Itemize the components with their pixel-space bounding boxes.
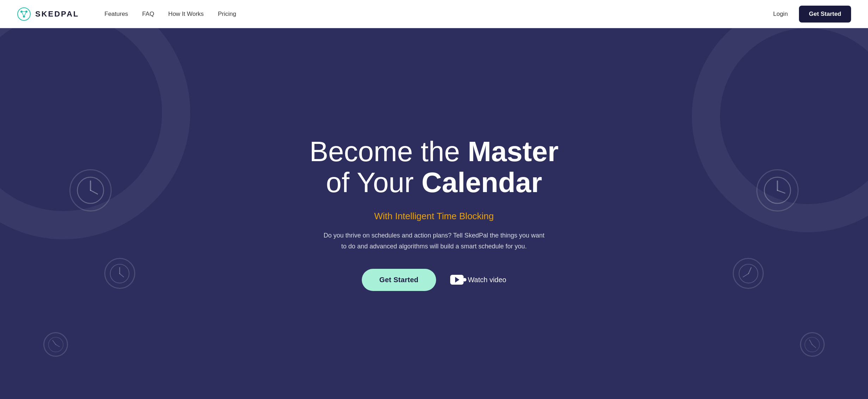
hero-title-master: Master [468, 136, 559, 167]
skedpal-logo-icon [17, 7, 31, 21]
get-started-nav-button[interactable]: Get Started [799, 6, 851, 23]
watch-video-label: Watch video [468, 276, 506, 284]
video-icon-dot [463, 278, 466, 281]
hero-section: Become the Master of Your Calendar With … [0, 28, 868, 399]
svg-point-19 [739, 264, 758, 283]
nav-left: SKEDPAL Features FAQ How It Works Pricin… [17, 7, 236, 21]
clock-decoration-3 [43, 332, 68, 357]
hero-title-calendar: Calendar [422, 167, 542, 198]
hero-title-line1: Become the Master [309, 136, 558, 167]
hero-title-line2: of Your Calendar [326, 167, 542, 198]
clock-decoration-4 [756, 169, 799, 211]
video-play-icon [450, 275, 464, 285]
login-link[interactable]: Login [773, 11, 788, 18]
svg-line-14 [52, 340, 56, 344]
svg-line-21 [743, 273, 748, 277]
svg-point-10 [110, 264, 129, 283]
svg-line-6 [24, 12, 26, 17]
navbar: SKEDPAL Features FAQ How It Works Pricin… [0, 0, 868, 28]
clock-decoration-2 [104, 258, 135, 289]
svg-line-20 [748, 267, 751, 273]
svg-point-16 [764, 177, 790, 203]
logo-text: SKEDPAL [35, 10, 79, 19]
svg-line-23 [810, 340, 812, 344]
svg-line-18 [777, 190, 785, 193]
hero-subtitle: With Intelligent Time Blocking [309, 211, 558, 222]
hero-actions: Get Started Watch video [309, 269, 558, 291]
svg-line-9 [91, 190, 98, 194]
hero-description: Do you thrive on schedules and action pl… [321, 230, 547, 252]
clock-decoration-1 [69, 169, 112, 211]
nav-link-pricing[interactable]: Pricing [218, 11, 236, 18]
nav-link-features[interactable]: Features [105, 11, 128, 18]
clock-decoration-6 [800, 332, 825, 357]
svg-line-5 [21, 12, 24, 17]
get-started-hero-button[interactable]: Get Started [362, 269, 436, 291]
svg-point-13 [48, 337, 63, 352]
nav-link-how-it-works[interactable]: How It Works [168, 11, 204, 18]
watch-video-button[interactable]: Watch video [450, 275, 506, 285]
svg-point-22 [805, 337, 820, 352]
svg-line-15 [56, 344, 59, 347]
nav-right: Login Get Started [773, 6, 851, 23]
svg-point-7 [78, 177, 104, 203]
clock-decoration-5 [733, 258, 764, 289]
nav-links: Features FAQ How It Works Pricing [105, 11, 236, 18]
hero-title: Become the Master of Your Calendar [309, 136, 558, 198]
svg-point-0 [18, 8, 30, 20]
hero-content: Become the Master of Your Calendar With … [302, 122, 565, 305]
svg-line-24 [812, 344, 816, 348]
nav-link-faq[interactable]: FAQ [142, 11, 154, 18]
svg-line-12 [120, 273, 124, 277]
